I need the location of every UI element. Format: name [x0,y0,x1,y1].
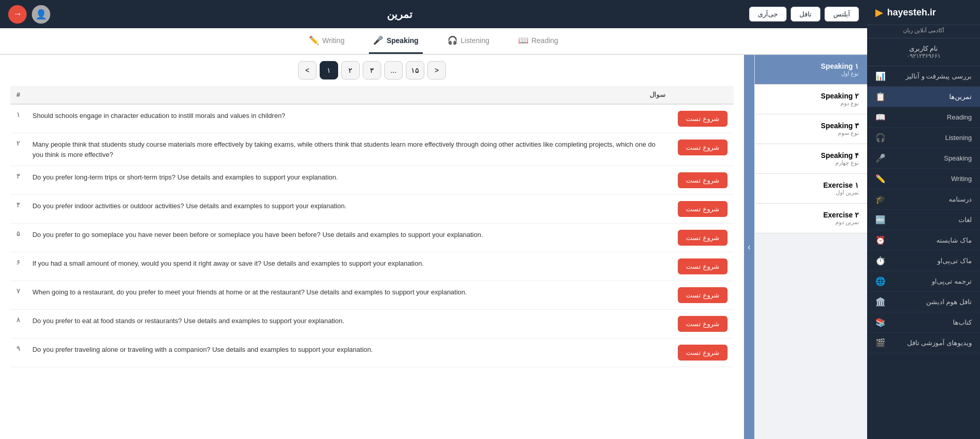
nav-label-books: کتاب‌ها [890,318,972,326]
start-test-button[interactable]: شروع تست [678,201,728,217]
top-header: → 👤 تمرین جی‌آریتافلآیلتس [0,0,867,28]
header-btn-2[interactable]: آیلتس [825,7,859,22]
table-row: شروع تست Many people think that students… [10,133,734,166]
sidebar-nav: بررسی پیشرفت و آنالیز📊تمرین‌ها📋Reading📖L… [867,66,980,439]
sidebar-item-reading[interactable]: Reading📖 [867,107,980,128]
nav-icon-exercises: 📋 [875,92,886,102]
table-row: شروع تست When going to a restaurant, do … [10,281,734,310]
start-test-button[interactable]: شروع تست [678,258,728,274]
tab-writing[interactable]: ✏️Writing [305,28,348,54]
nav-icon-books: 📚 [875,317,886,327]
sub-item-sub-3: نوع چهارم [763,159,859,166]
question-text: Should schools engage in character educa… [26,104,672,133]
page-btn-۱۵[interactable]: ۱۵ [406,61,424,79]
nav-label-videos: ویدیوهای آموزشی تافل [890,339,972,347]
start-btn-cell: شروع تست [672,252,734,281]
sub-sidebar-item-3[interactable]: Speaking ۴نوع چهارم [755,144,867,174]
row-number: ۴ [10,195,26,224]
start-test-button[interactable]: شروع تست [678,316,728,332]
page-btn->[interactable]: > [427,61,446,79]
tab-label-listening: Listening [461,36,489,45]
nav-label-speaking: Speaking [890,154,972,162]
tab-listening[interactable]: 🎧Listening [443,28,494,54]
sub-item-title-4: Exercise ۱ [763,181,859,189]
sidebar-item-translate-tpo[interactable]: ترجمه تی‌پی‌او🌐 [867,271,980,292]
content-row: <۱۲۳...۱۵> سوال # شروع تست Should school… [0,55,867,439]
question-text: When going to a restaurant, do you prefe… [26,281,672,310]
nav-icon-listening: 🎧 [875,133,886,143]
sidebar-item-courses[interactable]: درسنامه🎓 [867,189,980,210]
question-text: Do you prefer indoor activities or outdo… [26,195,672,224]
start-btn-cell: شروع تست [672,224,734,252]
start-test-button[interactable]: شروع تست [678,111,728,127]
exit-button[interactable]: → [8,5,27,24]
sub-item-title-0: Speaking ۱ [763,62,859,70]
sidebar-item-mock-tpo[interactable]: ماک تی‌پی‌او⏱️ [867,251,980,271]
sub-sidebar-item-4[interactable]: Exercise ۱تمرین اول [755,174,867,204]
tab-reading[interactable]: 📖Reading [514,28,562,54]
sidebar-item-analytics[interactable]: بررسی پیشرفت و آنالیز📊 [867,66,980,87]
table-row: شروع تست Do you prefer to eat at food st… [10,310,734,338]
nav-icon-toefl-home: 🏛️ [875,297,886,307]
sidebar-item-listening[interactable]: Listening🎧 [867,128,980,148]
question-text: Do you prefer to eat at food stands or r… [26,310,672,338]
page-btn-۱[interactable]: ۱ [320,61,338,79]
header-left: → 👤 [8,5,50,24]
nav-icon-videos: 🎬 [875,338,886,348]
sidebar-item-videos[interactable]: ویدیوهای آموزشی تافل🎬 [867,333,980,353]
col-action [672,86,734,104]
questions-area: <۱۲۳...۱۵> سوال # شروع تست Should school… [0,55,744,439]
nav-label-listening: Listening [890,134,972,142]
row-number: ۷ [10,281,26,310]
nav-icon-speaking: 🎤 [875,153,886,163]
page-btn-۳[interactable]: ۳ [363,61,381,79]
start-btn-cell: شروع تست [672,104,734,133]
start-test-button[interactable]: شروع تست [678,287,728,303]
nav-label-translate-tpo: ترجمه تی‌پی‌او [890,277,972,285]
col-question-header: سوال [26,86,672,104]
right-sidebar: ▶ hayesteh.ir آکادمی آنلاین زبان نام کار… [867,0,980,439]
sidebar-item-exercises[interactable]: تمرین‌ها📋 [867,87,980,107]
sub-item-sub-5: تمرین دوم [763,219,859,226]
nav-label-analytics: بررسی پیشرفت و آنالیز [890,72,972,80]
nav-label-exercises: تمرین‌ها [890,93,972,101]
sub-item-title-3: Speaking ۴ [763,151,859,159]
start-test-button[interactable]: شروع تست [678,172,728,188]
sub-sidebar-item-0[interactable]: Speaking ۱نوع اول [755,55,867,85]
sidebar-item-writing[interactable]: Writing✏️ [867,169,980,189]
sidebar-item-books[interactable]: کتاب‌ها📚 [867,312,980,333]
page-btn-۲[interactable]: ۲ [341,61,360,79]
sidebar-item-vocabulary[interactable]: لغات🔤 [867,210,980,230]
sub-sidebar-item-5[interactable]: Exercise ۲تمرین دوم [755,204,867,233]
row-number: ۶ [10,252,26,281]
avatar-button[interactable]: 👤 [32,5,50,24]
nav-icon-translate-tpo: 🌐 [875,276,886,286]
user-name: نام کاربری [875,45,972,52]
start-test-button[interactable]: شروع تست [678,139,728,155]
header-right: جی‌آریتافلآیلتس [749,7,859,22]
start-test-button[interactable]: شروع تست [678,230,728,246]
sidebar-item-mock-test[interactable]: ماک شایسته⏰ [867,230,980,251]
row-number: ۳ [10,166,26,195]
nav-label-toefl-home: تافل هوم ادیشن [890,298,972,306]
page-btn-<[interactable]: < [298,61,317,79]
start-test-button[interactable]: شروع تست [678,345,728,361]
question-text: Do you prefer long-term trips or short-t… [26,166,672,195]
sub-sidebar-item-2[interactable]: Speaking ۳نوع سوم [755,114,867,144]
header-btn-1[interactable]: تافل [791,7,820,22]
tabs-bar: ✏️Writing🎤Speaking🎧Listening📖Reading [0,28,867,55]
page-btn-...[interactable]: ... [384,61,403,79]
header-btn-0[interactable]: جی‌آری [749,7,787,22]
nav-label-writing: Writing [890,175,972,183]
sidebar-item-speaking[interactable]: Speaking🎤 [867,148,980,169]
tab-label-writing: Writing [322,36,344,45]
start-btn-cell: شروع تست [672,338,734,367]
nav-icon-analytics: 📊 [875,71,886,81]
tab-label-speaking: Speaking [386,36,418,45]
table-row: شروع تست Do you prefer to go someplace y… [10,224,734,252]
logo-text: hayesteh.ir [887,7,936,18]
sub-sidebar-toggle[interactable]: ‹ [744,55,754,439]
sidebar-item-toefl-home[interactable]: تافل هوم ادیشن🏛️ [867,292,980,312]
tab-speaking[interactable]: 🎤Speaking [369,28,422,54]
sub-sidebar-item-1[interactable]: Speaking ۲نوع دوم [755,85,867,114]
